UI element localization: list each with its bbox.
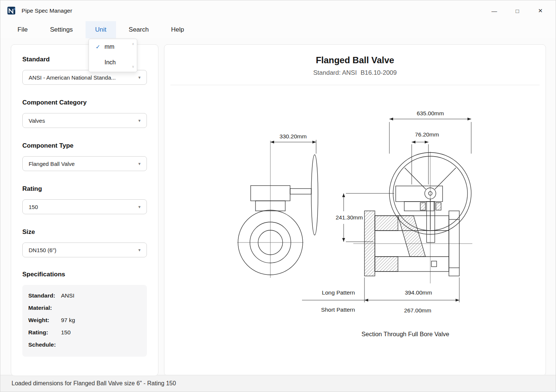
- section-body: [364, 186, 459, 276]
- app-window: Pipe Spec Manager — □ ✕ File Settings Un…: [0, 0, 556, 392]
- menu-option-mm[interactable]: ✓ mm: [89, 39, 137, 55]
- field-component-type: Component Type Flanged Ball Valve ▼: [22, 141, 147, 171]
- dim-long-pattern: 394.00mm: [405, 289, 432, 296]
- drawing-subtitle: Standard: ANSIB16.10-2009: [164, 69, 546, 77]
- menu-bar: File Settings Unit Search Help: [0, 21, 556, 38]
- window-title: Pipe Spec Manager: [22, 7, 72, 14]
- chevron-down-icon: ▼: [138, 248, 141, 252]
- field-label-size: Size: [22, 228, 147, 237]
- spec-value: 150: [61, 329, 71, 336]
- menu-unit[interactable]: Unit: [86, 21, 116, 38]
- menu-option-label: mm: [105, 44, 115, 50]
- spec-row-rating: Rating: 150: [28, 329, 141, 336]
- section-handwheel: [389, 152, 471, 234]
- dim-height: 241.30mm: [335, 214, 363, 221]
- dimension-lines: [270, 119, 471, 302]
- dim-front-width: 330.20mm: [279, 133, 306, 139]
- select-value: 150: [29, 204, 38, 210]
- field-rating: Rating 150 ▼: [22, 184, 147, 214]
- label-short-pattern: Short Pattern: [321, 306, 355, 313]
- select-value: Flanged Ball Valve: [29, 161, 75, 167]
- spec-label: Standard:: [28, 292, 61, 299]
- app-logo-icon: [7, 6, 17, 16]
- dim-top-width: 635.00mm: [417, 110, 444, 116]
- field-label-component-type: Component Type: [22, 141, 147, 150]
- minimize-button[interactable]: —: [483, 3, 506, 19]
- valve-technical-drawing: 330.20mm 635.00mm 76.20mm 241.30mm Long …: [164, 45, 546, 376]
- specifications-heading: Specifications: [22, 271, 147, 278]
- drawing-panel: Flanged Ball Valve Standard: ANSIB16.10-…: [164, 44, 546, 376]
- spec-row-schedule: Schedule:: [28, 341, 141, 348]
- specifications-box: Standard: ANSI Material: Weight: 97 kg R…: [22, 285, 147, 357]
- component-type-select[interactable]: Flanged Ball Valve ▼: [22, 156, 147, 171]
- select-value: DN150 (6"): [29, 247, 57, 253]
- close-button[interactable]: ✕: [529, 3, 552, 19]
- size-select[interactable]: DN150 (6") ▼: [22, 242, 147, 257]
- window-controls: — □ ✕: [483, 3, 552, 19]
- chevron-down-icon: ▼: [138, 119, 141, 123]
- subtitle-standard: Standard: ANSI: [313, 69, 357, 76]
- menu-file[interactable]: File: [8, 21, 37, 38]
- drawing-caption: Section Through Full Bore Valve: [361, 331, 449, 337]
- dim-short-pattern: 267.00mm: [404, 307, 431, 314]
- menu-help[interactable]: Help: [161, 21, 194, 38]
- title-bar: Pipe Spec Manager — □ ✕: [0, 0, 556, 21]
- spec-label: Schedule:: [28, 341, 61, 348]
- select-value: Valves: [29, 118, 45, 124]
- unit-dropdown-menu: ∧ ✓ mm Inch ∨: [89, 39, 137, 72]
- front-view: [238, 155, 318, 275]
- spec-row-material: Material:: [28, 305, 141, 311]
- menu-settings[interactable]: Settings: [40, 21, 82, 38]
- dim-hub-width: 76.20mm: [415, 131, 439, 138]
- dimension-labels: 330.20mm 635.00mm 76.20mm 241.30mm Long …: [279, 110, 449, 337]
- spec-label: Rating:: [28, 329, 61, 336]
- rating-select[interactable]: 150 ▼: [22, 199, 147, 214]
- drawing-title: Flanged Ball Valve: [164, 55, 546, 65]
- subtitle-code: B16.10-2009: [360, 69, 396, 76]
- menu-option-inch[interactable]: Inch: [89, 55, 137, 70]
- standard-select[interactable]: ANSI - American National Standa... ▼: [22, 70, 147, 85]
- divider: [170, 85, 540, 85]
- field-size: Size DN150 (6") ▼: [22, 228, 147, 257]
- status-bar: Loaded dimensions for Flanged Ball Valve…: [0, 375, 556, 392]
- spec-label: Weight:: [28, 317, 61, 324]
- chevron-down-icon: ▼: [138, 75, 141, 80]
- component-category-select[interactable]: Valves ▼: [22, 113, 147, 128]
- chevron-down-icon: ▼: [138, 162, 141, 166]
- centerlines: [237, 141, 472, 283]
- field-component-category: Component Category Valves ▼: [22, 98, 147, 128]
- field-label-rating: Rating: [22, 184, 147, 193]
- maximize-button[interactable]: □: [506, 3, 529, 19]
- check-icon: ✓: [96, 44, 105, 50]
- spec-row-standard: Standard: ANSI: [28, 292, 141, 299]
- field-label-component-category: Component Category: [22, 98, 147, 107]
- menu-search[interactable]: Search: [119, 21, 158, 38]
- spec-value: 97 kg: [61, 317, 75, 324]
- spec-sidebar: Standard ANSI - American National Standa…: [11, 44, 158, 376]
- chevron-down-icon: ▼: [138, 205, 141, 209]
- menu-option-label: Inch: [105, 59, 116, 66]
- status-text: Loaded dimensions for Flanged Ball Valve…: [12, 380, 176, 387]
- scroll-up-icon[interactable]: ∧: [132, 42, 134, 46]
- scroll-down-icon[interactable]: ∨: [132, 65, 134, 68]
- spec-row-weight: Weight: 97 kg: [28, 317, 141, 324]
- select-value: ANSI - American National Standa...: [29, 74, 116, 81]
- spec-label: Material:: [28, 305, 61, 311]
- label-long-pattern: Long Pattern: [322, 289, 355, 296]
- spec-value: ANSI: [61, 292, 74, 299]
